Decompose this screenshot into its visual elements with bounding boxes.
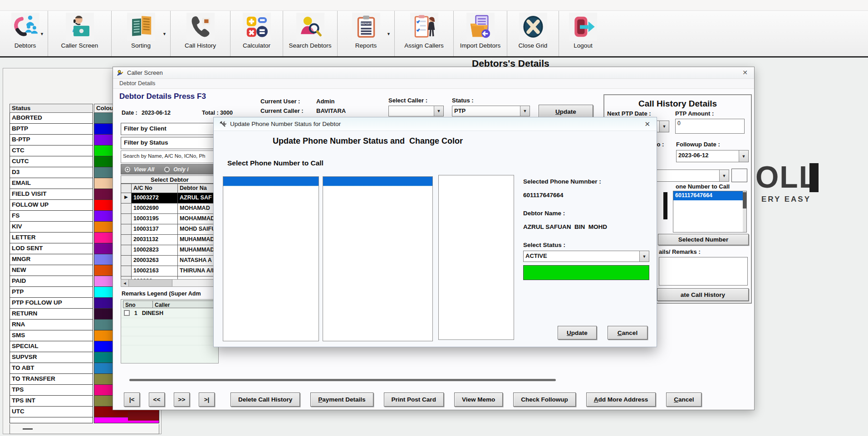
action-button[interactable]: Cancel <box>666 392 701 407</box>
action-button[interactable]: Payment Details <box>310 392 373 407</box>
followup-date-dropdown[interactable]: 2023-06-12 ▼ <box>676 150 749 162</box>
list-item[interactable] <box>323 177 432 186</box>
toolbar-button[interactable]: ▼ Debtors <box>3 11 48 56</box>
phone-status-dropdown[interactable]: ACTIVE ▼ <box>523 251 649 262</box>
list-item[interactable] <box>323 204 432 213</box>
chevron-down-icon[interactable]: ▼ <box>719 170 729 181</box>
table-row[interactable]: ► 10002163 THIRUNA A/L <box>121 266 222 276</box>
tools-icon <box>219 121 226 128</box>
table-row[interactable]: ► 10002690 MOHAMAD <box>121 203 222 214</box>
record-nav-button[interactable]: |< <box>124 392 140 407</box>
search-input[interactable]: Search by Name, A/C No, ICNo, Ph <box>121 150 219 163</box>
chevron-down-icon[interactable]: ▼ <box>639 251 649 262</box>
debtor-grid-rows: ► 10003272 AZRUL SAF ► 10002690 MOHAMAD … <box>121 193 222 280</box>
debtor-details-menu[interactable]: Debtor Details <box>113 79 754 89</box>
toolbar-button[interactable]: ▼ Search Debtors <box>283 11 338 56</box>
view-all-radio[interactable] <box>125 167 130 172</box>
table-row[interactable]: ► 10003137 MOHD SAIFU <box>121 224 222 235</box>
status-column-header[interactable]: Status <box>10 104 93 113</box>
debtors-icon <box>11 13 39 41</box>
scroll-left-icon[interactable]: ◄ <box>121 280 129 286</box>
sno-column-header[interactable]: Sno <box>123 300 153 308</box>
table-row[interactable]: ► 10003195 MOHAMMAD <box>121 214 222 224</box>
record-nav-button[interactable]: >| <box>199 392 215 407</box>
filter-by-status-field[interactable]: Filter by Status <box>121 137 219 149</box>
list-item[interactable] <box>223 213 319 223</box>
only-radio[interactable] <box>164 167 170 172</box>
chevron-down-icon[interactable]: ▼ <box>162 32 167 36</box>
toolbar-button[interactable]: ▼ Assign Callers <box>395 11 454 56</box>
dialog-update-button[interactable]: Update <box>558 326 597 339</box>
status-dropdown[interactable]: PTP ▼ <box>452 106 530 116</box>
chevron-down-icon[interactable]: ▼ <box>40 32 44 36</box>
call-selected-number-button[interactable]: Selected Number <box>658 234 749 245</box>
list-item[interactable] <box>323 223 432 232</box>
update-status-button[interactable]: Update <box>539 105 593 118</box>
toolbar-button[interactable]: REPORT ▼ Reports <box>338 11 395 56</box>
action-button[interactable]: Delete Call History <box>230 392 300 407</box>
close-icon[interactable]: ✕ <box>644 120 650 128</box>
caller-window-titlebar[interactable]: Caller Screen ✕ <box>113 67 754 79</box>
chevron-down-icon[interactable]: ▼ <box>520 106 530 116</box>
list-item[interactable] <box>323 186 432 195</box>
dialog-cancel-button[interactable]: Cancel <box>608 326 647 339</box>
caller-column-header[interactable]: Caller <box>153 300 216 308</box>
only-radio-label[interactable]: Only i <box>173 166 188 173</box>
list-item[interactable] <box>223 232 319 241</box>
action-button[interactable]: Print Post Card <box>384 392 444 407</box>
filter-by-client-field[interactable]: Filter by Client <box>121 123 219 135</box>
view-all-radio-label[interactable]: View All <box>134 166 154 173</box>
table-row[interactable]: ► 10003272 AZRUL SAF <box>121 193 222 203</box>
table-row[interactable]: ► 10002823 MUHAMMAD <box>121 245 222 256</box>
chevron-down-icon[interactable]: ▼ <box>739 150 748 162</box>
action-button[interactable]: Add More Address <box>586 392 656 407</box>
action-button[interactable]: Check Followup <box>513 392 576 407</box>
list-item[interactable] <box>223 177 319 186</box>
list-item[interactable] <box>323 232 432 241</box>
toolbar-button[interactable]: ▼ Call History <box>171 11 230 56</box>
phone-number-listbox[interactable] <box>323 176 433 341</box>
empty-listbox[interactable] <box>438 175 514 340</box>
chevron-down-icon[interactable]: ▼ <box>659 121 669 132</box>
table-row[interactable]: ► 20031132 MUHAMMAD <box>121 235 222 245</box>
record-nav-button[interactable]: >> <box>174 392 190 407</box>
call-history-title: Call History Details <box>604 99 751 109</box>
list-item[interactable] <box>223 204 319 213</box>
close-icon[interactable]: ✕ <box>740 69 750 77</box>
date-value: 2023-06-12 <box>142 110 171 116</box>
update-call-history-button[interactable]: ate Call History <box>657 288 749 301</box>
list-item[interactable] <box>223 186 319 195</box>
assign-callers-icon <box>410 13 438 41</box>
chevron-down-icon[interactable]: ▼ <box>387 32 391 36</box>
chevron-down-icon[interactable]: ▼ <box>434 106 443 116</box>
phone-number-item[interactable]: 601117647664 <box>673 191 746 200</box>
caller-checkbox[interactable] <box>124 310 130 316</box>
phone-number-list[interactable]: 601117647664 <box>673 191 747 233</box>
phone-type-listbox[interactable] <box>223 176 319 341</box>
toolbar-button[interactable]: ▼ Caller Screen <box>48 11 112 56</box>
select-caller-dropdown[interactable]: ▼ <box>388 106 444 116</box>
list-item[interactable] <box>323 213 432 223</box>
toolbar-button[interactable]: ▼ Import Debtors <box>454 11 507 56</box>
list-item[interactable] <box>323 195 432 204</box>
scrollbar-thumb[interactable] <box>129 280 172 286</box>
dialog-titlebar[interactable]: Update Phone Number Status for Debtor ✕ <box>214 117 657 131</box>
window-horizontal-scrollbar[interactable] <box>129 379 556 381</box>
status-name-cell: KIV <box>10 222 93 233</box>
list-item[interactable] <box>223 223 319 232</box>
toolbar-button[interactable]: ▼ Calculator <box>230 11 283 56</box>
table-row[interactable]: ► 20003263 NATASHA A <box>121 256 222 266</box>
list-scrollbar[interactable] <box>743 191 746 232</box>
record-nav-button[interactable]: << <box>149 392 165 407</box>
status-name-cell: D3 <box>10 167 93 178</box>
toolbar-button[interactable]: ▼ Sorting <box>112 11 171 56</box>
action-button[interactable]: View Memo <box>454 392 503 407</box>
grid-horizontal-scrollbar[interactable]: ◄ <box>121 279 219 287</box>
ptp-amount-input[interactable]: 0 <box>675 119 745 134</box>
account-column-header[interactable]: A/C No <box>132 184 178 193</box>
toolbar-button[interactable]: ▼ Logout <box>559 11 607 56</box>
remarks-textarea[interactable] <box>659 257 748 286</box>
list-item[interactable] <box>223 195 319 204</box>
toolbar-button[interactable]: ▼ Close Grid <box>507 11 559 56</box>
remarks-row[interactable]: 1 DINESH <box>121 308 218 318</box>
